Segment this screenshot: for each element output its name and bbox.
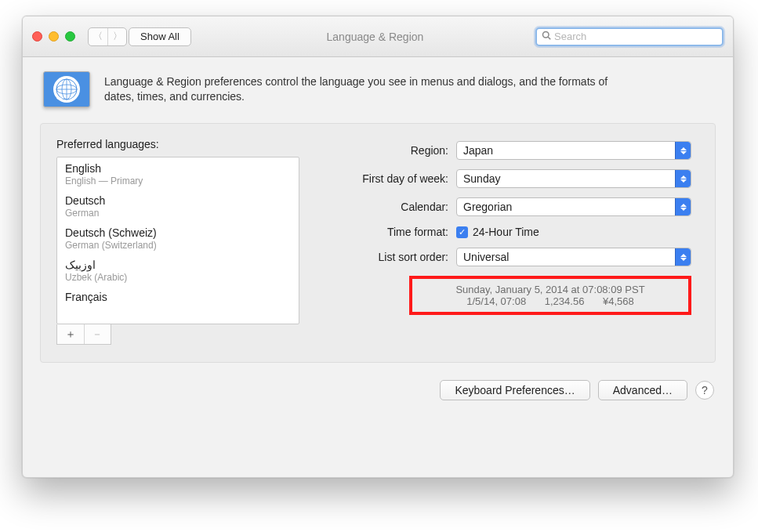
- preferred-languages-label: Preferred languages:: [56, 138, 299, 150]
- 24hour-checkbox-label: 24-Hour Time: [473, 226, 539, 238]
- calendar-select[interactable]: Gregorian: [456, 197, 691, 216]
- language-subtitle: German (Switzerland): [65, 240, 291, 251]
- language-name: Deutsch (Schweiz): [65, 226, 291, 239]
- forward-button[interactable]: 〉: [107, 28, 126, 45]
- list-item[interactable]: Français: [57, 286, 299, 306]
- list-item[interactable]: اوزبیک Uzbek (Arabic): [57, 254, 299, 286]
- prefs-window: 〈 〉 Show All Language & Region: [22, 16, 734, 478]
- time-format-label: Time format:: [331, 226, 456, 238]
- language-subtitle: German: [65, 208, 291, 219]
- language-list[interactable]: English English — Primary Deutsch German…: [56, 157, 299, 324]
- window-title: Language & Region: [199, 31, 528, 43]
- chevron-updown-icon: [675, 198, 691, 215]
- language-name: Deutsch: [65, 194, 291, 207]
- chevron-updown-icon: [675, 248, 691, 266]
- preview-long-date: Sunday, January 5, 2014 at 07:08:09 PST: [426, 284, 674, 295]
- help-button[interactable]: ?: [695, 381, 714, 400]
- list-item[interactable]: Deutsch German: [57, 190, 299, 222]
- svg-line-1: [548, 37, 550, 39]
- svg-point-0: [543, 32, 549, 38]
- sort-order-label: List sort order:: [331, 251, 456, 263]
- minimize-window-button[interactable]: [49, 31, 59, 42]
- advanced-button[interactable]: Advanced…: [598, 380, 687, 400]
- chevron-updown-icon: [675, 170, 691, 187]
- help-icon: ?: [702, 384, 708, 396]
- first-day-value: Sunday: [463, 172, 500, 185]
- add-remove-group: ＋ －: [56, 324, 111, 345]
- first-day-select[interactable]: Sunday: [456, 169, 691, 188]
- language-subtitle: Uzbek (Arabic): [65, 272, 291, 283]
- calendar-value: Gregorian: [463, 201, 512, 213]
- region-value: Japan: [463, 144, 493, 157]
- remove-language-button[interactable]: －: [84, 324, 111, 344]
- advanced-label: Advanced…: [613, 384, 673, 396]
- titlebar: 〈 〉 Show All Language & Region: [23, 16, 733, 57]
- nav-group: 〈 〉 Show All: [88, 27, 191, 46]
- preferred-languages-column: Preferred languages: English English — P…: [56, 138, 299, 345]
- format-preview-box: Sunday, January 5, 2014 at 07:08:09 PST …: [409, 276, 691, 315]
- zoom-window-button[interactable]: [65, 31, 75, 42]
- show-all-button[interactable]: Show All: [129, 27, 191, 46]
- main-panel: Preferred languages: English English — P…: [40, 123, 716, 363]
- 24hour-checkbox[interactable]: ✓: [456, 226, 468, 238]
- list-item[interactable]: English English — Primary: [57, 157, 299, 190]
- keyboard-preferences-button[interactable]: Keyboard Preferences…: [440, 380, 589, 400]
- sort-order-value: Universal: [463, 251, 509, 263]
- region-select[interactable]: Japan: [456, 141, 691, 160]
- search-icon: [542, 31, 551, 42]
- region-label: Region:: [331, 144, 456, 157]
- calendar-row: Calendar: Gregorian: [331, 197, 699, 216]
- first-day-label: First day of week:: [331, 172, 456, 185]
- preview-currency: ¥4,568: [603, 295, 634, 307]
- list-item[interactable]: Deutsch (Schweiz) German (Switzerland): [57, 222, 299, 254]
- header-description: Language & Region preferences control th…: [104, 74, 622, 104]
- language-name: اوزبیک: [65, 259, 291, 271]
- back-button[interactable]: 〈: [89, 28, 107, 45]
- search-field[interactable]: [535, 27, 724, 46]
- window-controls: [32, 31, 75, 42]
- language-name: English: [65, 162, 291, 175]
- language-name: Français: [65, 291, 291, 303]
- add-language-button[interactable]: ＋: [57, 324, 84, 344]
- nav-arrows: 〈 〉: [88, 27, 127, 46]
- preview-short-date: 1/5/14, 07:08: [466, 295, 526, 307]
- show-all-label: Show All: [140, 31, 180, 42]
- preview-number: 1,234.56: [545, 295, 585, 307]
- sort-order-row: List sort order: Universal: [331, 248, 699, 266]
- un-flag-icon: ༺ ༻: [43, 71, 90, 107]
- chevron-updown-icon: [675, 142, 691, 159]
- close-window-button[interactable]: [32, 31, 42, 42]
- header-row: ༺ ༻ Language & Region preferences contro…: [23, 57, 733, 123]
- region-row: Region: Japan: [331, 141, 699, 160]
- time-format-row: Time format: ✓ 24-Hour Time: [331, 226, 699, 238]
- footer-row: Keyboard Preferences… Advanced… ?: [23, 363, 733, 400]
- keyboard-preferences-label: Keyboard Preferences…: [455, 384, 575, 396]
- search-input[interactable]: [554, 31, 717, 42]
- language-subtitle: English — Primary: [65, 176, 291, 186]
- sort-order-select[interactable]: Universal: [456, 248, 691, 266]
- first-day-row: First day of week: Sunday: [331, 169, 699, 188]
- calendar-label: Calendar:: [331, 201, 456, 213]
- region-settings-column: Region: Japan First day of week: Sunday …: [331, 138, 699, 345]
